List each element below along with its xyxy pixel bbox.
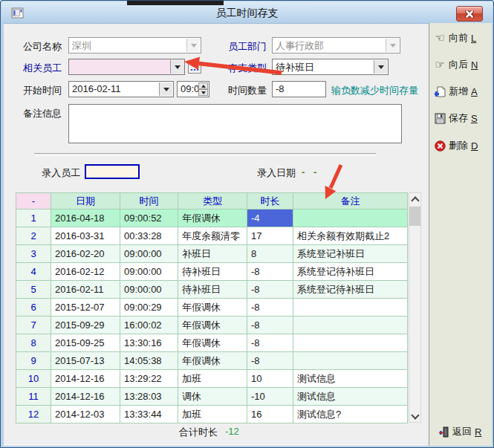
row-number[interactable]: 11 <box>16 388 51 406</box>
time-up-icon[interactable] <box>198 82 208 89</box>
return-button[interactable]: 返回R <box>438 424 494 439</box>
table-cell[interactable]: 系统登记补班日 <box>293 245 408 263</box>
table-cell[interactable]: -10 <box>247 388 293 406</box>
quantity-input[interactable]: -8 <box>272 81 326 97</box>
table-cell[interactable] <box>293 334 408 352</box>
employee-browse-button[interactable]: … <box>188 63 201 74</box>
table-cell[interactable]: 2014-12-16 <box>51 370 120 388</box>
table-cell[interactable]: 00:33:28 <box>120 227 178 245</box>
row-number[interactable]: 4 <box>16 263 51 281</box>
row-number[interactable]: 2 <box>16 227 51 245</box>
table-cell[interactable]: 年假调休 <box>178 299 247 316</box>
table-cell[interactable]: 相关余额有效期截止2 <box>293 227 408 245</box>
table-cell[interactable]: 16:00:02 <box>120 316 178 334</box>
table-cell[interactable]: 加班 <box>178 406 247 423</box>
table-cell[interactable]: -8 <box>247 352 293 370</box>
delete-button[interactable]: 删除D <box>434 138 490 153</box>
table-cell[interactable]: 2016-02-20 <box>51 245 120 263</box>
table-cell[interactable]: 2015-09-29 <box>51 316 120 334</box>
table-cell[interactable]: 年假调休 <box>178 334 247 352</box>
scroll-down-icon[interactable] <box>409 410 420 422</box>
table-cell[interactable]: -8 <box>247 263 293 281</box>
table-cell[interactable]: 系统登记待补班日 <box>293 281 408 299</box>
row-number[interactable]: 7 <box>16 316 51 334</box>
table-cell[interactable]: 2016-04-18 <box>51 210 120 227</box>
table-cell[interactable]: 17 <box>247 227 293 245</box>
table-cell[interactable]: 09:00:00 <box>120 281 178 299</box>
row-number[interactable]: 12 <box>16 406 51 423</box>
table-cell[interactable]: 2015-12-07 <box>51 299 120 316</box>
row-number[interactable]: 5 <box>16 281 51 299</box>
start-date-picker[interactable]: 2016-02-11 <box>68 81 174 97</box>
table-cell[interactable]: 年假调休 <box>178 316 247 334</box>
table-cell[interactable]: 测试信息? <box>293 406 408 423</box>
row-number[interactable]: 3 <box>16 245 51 263</box>
table-cell[interactable]: 13:30:16 <box>120 334 178 352</box>
row-number[interactable]: 8 <box>16 334 51 352</box>
table-cell[interactable]: 09:00:52 <box>120 210 178 227</box>
table-cell[interactable] <box>293 299 408 316</box>
table-cell[interactable]: 年度余额清零 <box>178 227 247 245</box>
table-cell[interactable] <box>293 316 408 334</box>
table-cell[interactable]: 年假调休 <box>178 210 247 227</box>
table-cell[interactable]: 2016-02-12 <box>51 263 120 281</box>
table-cell[interactable]: 09:00:00 <box>120 263 178 281</box>
add-button[interactable]: 新增A <box>434 84 490 99</box>
table-cell[interactable]: 8 <box>247 245 293 263</box>
table-cell[interactable]: 10 <box>247 370 293 388</box>
scroll-up-icon[interactable] <box>409 193 420 205</box>
table-cell[interactable]: 2014-12-03 <box>51 406 120 423</box>
table-cell[interactable]: 2015-07-13 <box>51 352 120 370</box>
close-button[interactable] <box>456 6 483 22</box>
table-cell[interactable]: 09:00:29 <box>120 299 178 316</box>
scrollbar-thumb[interactable] <box>409 207 420 226</box>
previous-button[interactable]: ☜ 向前L <box>434 30 490 45</box>
table-cell[interactable]: 16 <box>247 406 293 423</box>
entry-employee-input[interactable] <box>85 164 140 179</box>
type-combobox[interactable]: 待补班日 <box>272 59 389 75</box>
table-cell[interactable]: 14:05:38 <box>120 352 178 370</box>
table-cell[interactable]: 补班日 <box>178 245 247 263</box>
table-cell[interactable]: 09:00:00 <box>120 245 178 263</box>
table-cell[interactable]: 加班 <box>178 370 247 388</box>
remark-textarea[interactable] <box>68 104 402 143</box>
table-cell[interactable] <box>293 210 408 227</box>
table-cell[interactable]: 测试信息 <box>293 370 408 388</box>
time-down-icon[interactable] <box>198 89 208 96</box>
department-combobox[interactable]: 人事行政部 <box>272 37 400 53</box>
row-number[interactable]: 9 <box>16 352 51 370</box>
company-combobox[interactable]: 深圳 <box>68 37 201 53</box>
department-dropdown-icon[interactable] <box>386 39 399 52</box>
table-cell[interactable]: 调休 <box>178 388 247 406</box>
start-time-spinner[interactable]: 09:00 <box>177 81 209 97</box>
table-cell[interactable]: 13:33:44 <box>120 406 178 423</box>
table-cell[interactable]: 年假调休 <box>178 352 247 370</box>
table-cell[interactable]: 2016-03-31 <box>51 227 120 245</box>
table-cell[interactable]: -8 <box>247 316 293 334</box>
table-cell[interactable]: 13:28:03 <box>120 388 178 406</box>
row-number[interactable]: 6 <box>16 299 51 316</box>
table-cell[interactable]: 13:29:22 <box>120 370 178 388</box>
table-cell[interactable] <box>293 352 408 370</box>
company-dropdown-icon[interactable] <box>186 39 200 52</box>
employee-dropdown-icon[interactable] <box>170 60 183 74</box>
table-scrollbar[interactable] <box>409 192 421 423</box>
table-cell[interactable]: -8 <box>247 299 293 316</box>
title-bar[interactable]: 员工时间存支 <box>1 1 493 23</box>
table-cell[interactable]: -8 <box>247 334 293 352</box>
table-cell[interactable]: 系统登记待补班日 <box>293 263 408 281</box>
table-cell[interactable]: 待补班日 <box>178 263 247 281</box>
next-button[interactable]: ☞ 向后N <box>434 57 490 72</box>
table-cell[interactable]: 测试信息 <box>293 388 408 406</box>
table-cell[interactable]: -8 <box>247 281 293 299</box>
employee-combobox[interactable] <box>68 59 185 75</box>
table-cell[interactable]: 2015-09-25 <box>51 334 120 352</box>
row-number[interactable]: 1 <box>16 210 51 227</box>
save-button[interactable]: 保存S <box>434 111 490 126</box>
type-dropdown-icon[interactable] <box>374 60 387 74</box>
table-cell[interactable]: 2014-12-16 <box>51 388 120 406</box>
start-date-dropdown-icon[interactable] <box>159 82 172 96</box>
table-cell[interactable]: -4 <box>247 210 293 227</box>
table-cell[interactable]: 待补班日 <box>178 281 247 299</box>
table-cell[interactable]: 2016-02-11 <box>51 281 120 299</box>
